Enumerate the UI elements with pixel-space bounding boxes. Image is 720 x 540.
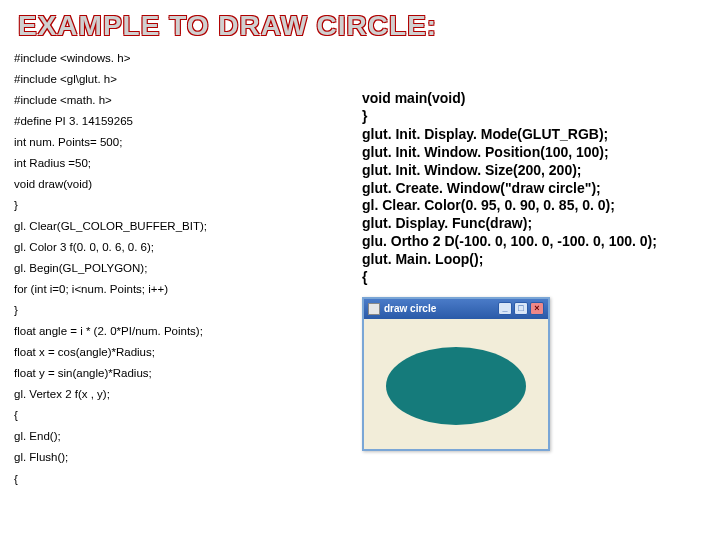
right-code-block: void main(void) } glut. Init. Display. M… [352,48,702,489]
code-line: } [14,300,352,321]
render-canvas [364,319,548,449]
maximize-button[interactable]: □ [514,302,528,315]
close-button[interactable]: × [530,302,544,315]
window-title: draw circle [384,303,498,316]
content-columns: #include <windows. h> #include <gl\glut.… [0,48,720,489]
code-line: { [14,405,352,426]
code-line: #define PI 3. 14159265 [14,111,352,132]
drawn-circle [386,347,526,425]
code-line: void main(void) [362,90,702,108]
code-line: #include <windows. h> [14,48,352,69]
code-line: gl. Begin(GL_POLYGON); [14,258,352,279]
code-line: gl. Clear. Color(0. 95, 0. 90, 0. 85, 0.… [362,197,702,215]
app-icon [368,303,380,315]
window-titlebar: draw circle _ □ × [364,299,548,319]
code-line: float angle = i * (2. 0*PI/num. Points); [14,321,352,342]
code-line: { [362,269,702,287]
minimize-button[interactable]: _ [498,302,512,315]
code-line: #include <math. h> [14,90,352,111]
code-line: float y = sin(angle)*Radius; [14,363,352,384]
code-line: glut. Init. Window. Position(100, 100); [362,144,702,162]
code-line: float x = cos(angle)*Radius; [14,342,352,363]
code-line: glut. Main. Loop(); [362,251,702,269]
code-line: int num. Points= 500; [14,132,352,153]
code-line: } [362,108,702,126]
code-line: glut. Init. Display. Mode(GLUT_RGB); [362,126,702,144]
code-line: gl. End(); [14,426,352,447]
code-line: gl. Clear(GL_COLOR_BUFFER_BIT); [14,216,352,237]
code-line: { [14,468,352,489]
code-line: for (int i=0; i<num. Points; i++) [14,279,352,300]
left-code-block: #include <windows. h> #include <gl\glut.… [14,48,352,489]
code-line: gl. Vertex 2 f(x , y); [14,384,352,405]
code-line: } [14,195,352,216]
code-line: void draw(void) [14,174,352,195]
code-line: gl. Flush(); [14,447,352,468]
code-line: glut. Init. Window. Size(200, 200); [362,162,702,180]
window-buttons: _ □ × [498,302,544,315]
code-line: glut. Create. Window("draw circle"); [362,180,702,198]
code-line: glu. Ortho 2 D(-100. 0, 100. 0, -100. 0,… [362,233,702,251]
code-line: #include <gl\glut. h> [14,69,352,90]
slide-title: EXAMPLE TO DRAW CIRCLE: [0,0,720,48]
code-line: int Radius =50; [14,153,352,174]
output-window: draw circle _ □ × [362,297,550,451]
code-line: gl. Color 3 f(0. 0, 0. 6, 0. 6); [14,237,352,258]
code-line: glut. Display. Func(draw); [362,215,702,233]
